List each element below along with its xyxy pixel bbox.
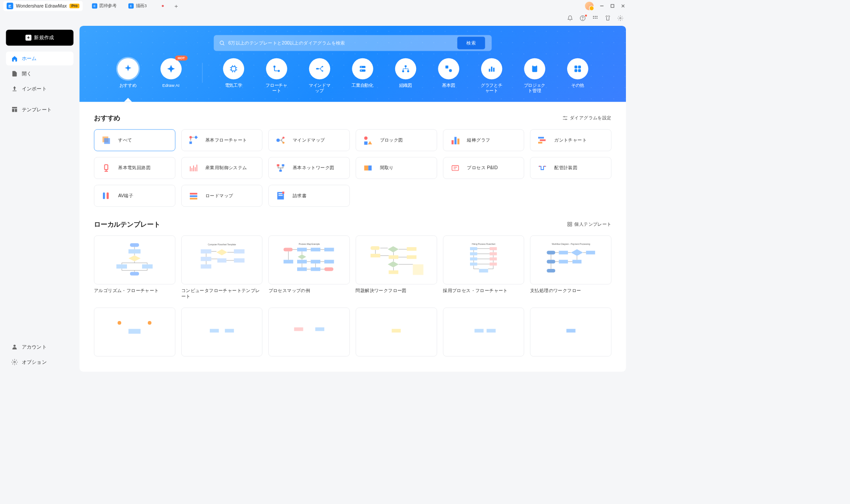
type-gantt[interactable]: ガントチャート (530, 129, 611, 151)
svg-rect-20 (231, 67, 236, 71)
category-electric[interactable]: 電気工学 (221, 58, 245, 94)
template-label: 問題解決ワークフロー図 (356, 288, 437, 293)
template-extra-2[interactable] (181, 308, 262, 360)
template-thumb: Process Map Example (269, 236, 350, 285)
template-thumb: Hiring Process Flowchart (443, 236, 524, 285)
tab-doc-1[interactable]: E 図枠参考 (86, 0, 123, 12)
type-basic-flow[interactable]: 基本フローチャート (181, 129, 262, 151)
type-process-pid[interactable]: プロセス P&ID (443, 157, 524, 179)
search-box[interactable]: 検索 (214, 35, 492, 51)
nav-options[interactable]: オプション (6, 355, 74, 369)
svg-point-28 (360, 66, 361, 67)
svg-rect-149 (294, 327, 303, 331)
svg-rect-153 (486, 329, 495, 333)
svg-rect-69 (282, 164, 285, 167)
template-thumb (356, 236, 437, 285)
titlebar: E Wondershare EdrawMax Pro E 図枠参考 E 描画3 … (0, 0, 631, 12)
template-extra-6[interactable] (530, 308, 611, 360)
type-piping[interactable]: 配管計装図 (530, 157, 611, 179)
category-project[interactable]: プロジェクト管理 (523, 58, 546, 94)
hero-banner: 検索 おすすめ HOT Edraw AI 電気工学 (79, 26, 626, 102)
template-hiring[interactable]: Hiring Process Flowchart 採用プロセス・フローチャート (443, 236, 524, 300)
category-other[interactable]: その他 (566, 58, 589, 94)
shirt-icon[interactable] (605, 15, 611, 22)
gear-icon[interactable] (617, 15, 623, 22)
svg-rect-131 (490, 252, 497, 256)
nav-template[interactable]: テンプレート (6, 102, 74, 116)
svg-rect-151 (392, 329, 400, 333)
help-icon[interactable] (580, 15, 585, 22)
type-invoice[interactable]: 請求書 (269, 185, 350, 207)
personal-templates-link[interactable]: 個人テンプレート (567, 221, 612, 227)
category-recommend[interactable]: おすすめ (116, 58, 139, 94)
template-computer[interactable]: Computer Flowchart Template コンピュータフローチャー… (181, 236, 262, 300)
minimize-button[interactable] (600, 4, 604, 8)
new-label: 新規作成 (34, 35, 54, 41)
nav-import[interactable]: インポート (6, 82, 74, 96)
type-all[interactable]: すべて (94, 129, 175, 151)
search-input[interactable] (228, 41, 454, 46)
template-extra-5[interactable] (443, 308, 524, 360)
category-automation[interactable]: 工業自動化 (351, 58, 374, 94)
type-mindmap[interactable]: マインドマップ (269, 129, 350, 151)
configure-diagrams-link[interactable]: ダイアグラムを設定 (563, 115, 612, 121)
type-industrial[interactable]: 産業用制御システム (181, 157, 262, 179)
tab-add-button[interactable]: ＋ (170, 2, 182, 10)
category-graphs[interactable]: グラフとチャート (480, 58, 503, 94)
svg-rect-36 (491, 67, 492, 72)
maximize-button[interactable] (610, 4, 615, 8)
category-orgchart[interactable]: 組織図 (393, 58, 417, 94)
category-flowchart[interactable]: フローチャート (265, 58, 288, 94)
sparkle-icon (117, 58, 139, 80)
svg-rect-26 (360, 66, 365, 68)
cat-label: 工業自動化 (351, 83, 373, 89)
type-network[interactable]: 基本ネットワーク図 (269, 157, 350, 179)
svg-rect-133 (490, 263, 497, 266)
user-avatar[interactable] (585, 2, 593, 10)
type-floorplan[interactable]: 間取り (356, 157, 437, 179)
category-mindmap[interactable]: マインドマップ (307, 58, 331, 94)
new-button[interactable]: + 新規作成 (6, 30, 74, 46)
svg-rect-65 (540, 139, 546, 141)
category-basic[interactable]: 基本図 (437, 58, 460, 94)
svg-rect-142 (572, 260, 581, 264)
type-label: ブロック図 (380, 137, 403, 143)
svg-rect-76 (103, 192, 105, 199)
svg-rect-109 (283, 260, 293, 264)
ai-icon: HOT (160, 58, 182, 80)
template-extra-1[interactable] (94, 308, 175, 360)
svg-point-22 (278, 70, 280, 72)
nav-open[interactable]: 開く (6, 67, 74, 81)
doc-icon: E (128, 3, 134, 8)
template-payment[interactable]: Workflow Diagram - Payment Processing 支払… (530, 236, 611, 300)
chip-icon (223, 58, 244, 80)
top-toolbar (0, 12, 631, 26)
apps-icon[interactable] (592, 15, 598, 22)
type-circuit[interactable]: 基本電気回路図 (94, 157, 175, 179)
plus-icon: + (25, 35, 31, 41)
type-block[interactable]: ブロック図 (356, 129, 437, 151)
category-ai[interactable]: HOT Edraw AI (159, 58, 183, 94)
mindmap-icon (275, 134, 287, 146)
type-roadmap[interactable]: ロードマップ (181, 185, 262, 207)
tab-doc-2[interactable]: E 描画3 (123, 0, 170, 12)
bell-icon[interactable] (567, 15, 573, 22)
template-algo[interactable]: アルゴリズム・フローチャート (94, 236, 175, 300)
svg-rect-102 (234, 258, 245, 262)
svg-marker-108 (298, 254, 306, 259)
close-button[interactable] (621, 4, 625, 8)
nav-account[interactable]: アカウント (6, 340, 74, 354)
svg-rect-89 (130, 243, 139, 247)
template-problem[interactable]: 問題解決ワークフロー図 (356, 236, 437, 300)
template-extra-4[interactable] (356, 308, 437, 360)
template-process-map[interactable]: Process Map Example プロセスマップの例 (269, 236, 350, 300)
svg-point-18 (220, 41, 224, 45)
type-av[interactable]: AV端子 (94, 185, 175, 207)
template-extra-3[interactable] (269, 308, 350, 360)
search-button[interactable]: 検索 (457, 37, 485, 49)
notification-dot-icon (585, 15, 587, 16)
svg-marker-118 (388, 246, 399, 252)
orgchart-icon (395, 58, 416, 80)
type-bar[interactable]: 縦棒グラフ (443, 129, 524, 151)
nav-home[interactable]: ホーム (6, 52, 74, 65)
